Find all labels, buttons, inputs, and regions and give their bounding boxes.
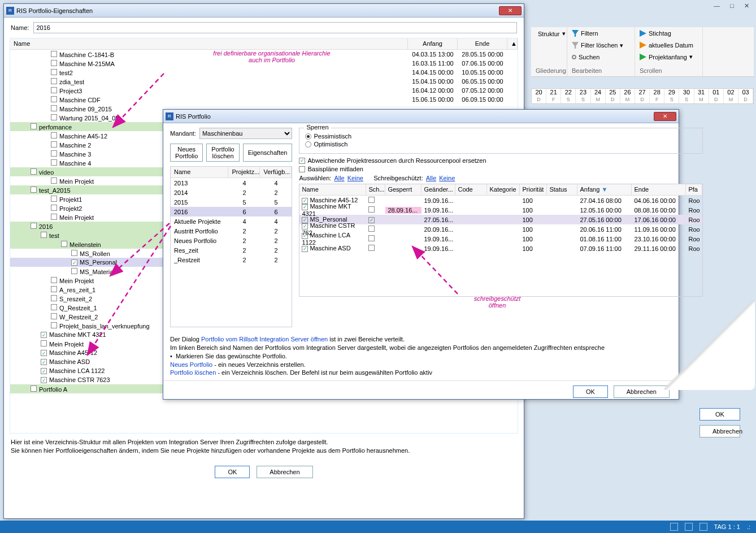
tree-row[interactable]: test214.04.15 00:0010.05.15 00:00 <box>10 68 518 77</box>
checkbox-icon[interactable] <box>51 96 57 102</box>
auswaehlen-alle[interactable]: Alle <box>334 175 344 181</box>
checkbox-icon[interactable] <box>41 340 47 346</box>
mandant-select[interactable]: Maschinenbau <box>199 128 293 139</box>
eigenschaften-button[interactable]: Eigenschaften <box>243 144 293 162</box>
bcol-prioritaet[interactable]: Priorität <box>520 184 547 195</box>
auswaehlen-keine[interactable]: Keine <box>347 175 363 181</box>
project-row[interactable]: ✓Maschine MKT 432128.09.16...19.09.16...… <box>299 205 702 215</box>
col-name[interactable]: Name <box>10 38 408 49</box>
checkbox-icon[interactable]: ✓ <box>41 359 47 365</box>
checkbox-icon[interactable]: ✓ <box>302 233 308 239</box>
checkbox-icon[interactable] <box>31 223 37 229</box>
chk-ressourcenpool[interactable]: ✓Abweichende Projektressourcen durch Res… <box>299 157 702 164</box>
status-resize-grip-icon[interactable]: .: <box>747 523 750 530</box>
checkbox-icon[interactable] <box>61 241 67 247</box>
portfolio-list-row[interactable]: Austritt Portfolio22 <box>171 226 292 236</box>
ribbon-struktur[interactable]: Struktur ▾ <box>536 30 562 37</box>
checkbox-icon[interactable] <box>51 313 57 319</box>
checkbox-icon[interactable] <box>31 187 37 193</box>
status-icon[interactable] <box>685 523 693 531</box>
checkbox-icon[interactable] <box>51 177 57 184</box>
side-cancel-button[interactable]: Abbrechen <box>699 425 740 437</box>
mini-col-projektz[interactable]: Projektz... <box>228 167 260 177</box>
ribbon-filter-loeschen[interactable]: Filter löschen ▾ <box>572 42 623 49</box>
checkbox-icon[interactable] <box>51 159 57 166</box>
radio-optimistisch[interactable]: Optimistisch <box>305 141 696 148</box>
schreibgeschuetzt-alle[interactable]: Alle <box>426 175 436 181</box>
project-row[interactable]: ✓Maschine ASD19.09.16...10007.09.16 11:0… <box>299 244 702 253</box>
bg-min-button[interactable]: — <box>710 2 723 10</box>
status-icon[interactable] <box>699 523 707 531</box>
checkbox-icon[interactable] <box>368 197 375 203</box>
ribbon-projektanfang[interactable]: Projektanfang ▾ <box>640 53 693 60</box>
checkbox-icon[interactable]: ✓ <box>41 332 47 338</box>
portfolio-list[interactable]: Name Projektz... Verfügb... 201344201422… <box>170 166 292 327</box>
checkbox-icon[interactable] <box>368 245 375 251</box>
schreibgeschuetzt-keine[interactable]: Keine <box>439 175 455 181</box>
bg-close-button[interactable]: ✕ <box>741 2 753 10</box>
tree-row[interactable]: zdia_test15.04.15 00:0006.05.15 00:00 <box>10 77 518 86</box>
col-ende[interactable]: Ende <box>458 38 507 49</box>
checkbox-icon[interactable] <box>51 150 57 157</box>
bcol-sch[interactable]: Sch... <box>366 184 385 195</box>
dlg2-close-button[interactable]: ✕ <box>654 112 676 121</box>
bcol-pfad[interactable]: Pfa <box>686 184 702 195</box>
checkbox-icon[interactable] <box>51 205 57 211</box>
tree-row[interactable]: Maschine CDF15.06.15 00:0006.09.15 00:00 <box>10 95 518 104</box>
bcol-ende[interactable]: Ende <box>632 184 686 195</box>
ribbon-stichtag[interactable]: Stichtag <box>640 30 671 37</box>
checkbox-icon[interactable]: ✓ <box>368 217 375 223</box>
checkbox-icon[interactable] <box>51 105 57 111</box>
bcol-anfang[interactable]: Anfang ▼ <box>577 184 632 195</box>
radio-pessimistisch[interactable]: Pessimistisch <box>305 133 696 140</box>
chk-basisplaene[interactable]: Basispläne mitladen <box>299 166 702 172</box>
portfolio-list-row[interactable]: 201555 <box>171 197 292 207</box>
checkbox-icon[interactable] <box>51 196 57 202</box>
checkbox-icon[interactable] <box>368 226 375 232</box>
portfolio-list-row[interactable]: Neues Portfolio22 <box>171 236 292 245</box>
col-anfang[interactable]: Anfang <box>408 38 458 49</box>
dlg1-close-button[interactable]: ✕ <box>499 6 522 15</box>
checkbox-icon[interactable]: ✓ <box>41 368 47 374</box>
bcol-gesperrt[interactable]: Gesperrt <box>385 184 422 195</box>
ribbon-filtern[interactable]: Filtern <box>572 30 598 37</box>
dlg1-cancel-button[interactable]: Abbrechen <box>257 466 312 478</box>
checkbox-icon[interactable] <box>51 69 57 75</box>
checkbox-icon[interactable] <box>51 60 57 66</box>
tree-row[interactable]: Project316.04.12 00:0007.05.12 00:00 <box>10 86 518 95</box>
bcol-status[interactable]: Status <box>547 184 577 195</box>
checkbox-icon[interactable]: ✓ <box>302 223 308 229</box>
checkbox-icon[interactable] <box>51 51 57 57</box>
bcol-geaendert[interactable]: Geänder... <box>422 184 455 195</box>
portfolio-list-row[interactable]: Res_zeit22 <box>171 245 292 255</box>
portfolio-loeschen-button[interactable]: Portfolio löschen <box>206 144 239 162</box>
checkbox-icon[interactable] <box>51 214 57 220</box>
portfolio-list-row[interactable]: 201666 <box>171 207 292 216</box>
mini-col-name[interactable]: Name <box>171 167 228 177</box>
checkbox-icon[interactable] <box>51 87 57 93</box>
checkbox-icon[interactable] <box>31 168 37 175</box>
checkbox-icon[interactable] <box>51 304 57 310</box>
checkbox-icon[interactable] <box>368 235 375 241</box>
checkbox-icon[interactable]: ✓ <box>41 350 47 356</box>
bcol-kategorie[interactable]: Kategorie <box>487 184 520 195</box>
portfolio-list-row[interactable]: 201344 <box>171 178 292 188</box>
status-icon[interactable] <box>670 523 678 531</box>
portfolio-list-row[interactable]: _Restzeit22 <box>171 255 292 265</box>
checkbox-icon[interactable] <box>51 78 57 84</box>
checkbox-icon[interactable] <box>31 385 37 392</box>
checkbox-icon[interactable] <box>51 322 57 328</box>
checkbox-icon[interactable]: ✓ <box>302 204 308 210</box>
bcol-code[interactable]: Code <box>455 184 487 195</box>
checkbox-icon[interactable] <box>51 114 57 120</box>
side-ok-button[interactable]: OK <box>699 408 740 421</box>
checkbox-icon[interactable] <box>368 206 375 213</box>
dlg2-ok-button[interactable]: OK <box>573 385 608 398</box>
dlg1-ok-button[interactable]: OK <box>215 466 250 478</box>
checkbox-icon[interactable] <box>51 277 57 283</box>
checkbox-icon[interactable]: ✓ <box>71 259 77 266</box>
checkbox-icon[interactable] <box>71 250 77 256</box>
checkbox-icon[interactable] <box>31 123 37 129</box>
checkbox-icon[interactable] <box>71 268 77 274</box>
scrollbar-up-icon[interactable]: ▲ <box>507 38 518 49</box>
